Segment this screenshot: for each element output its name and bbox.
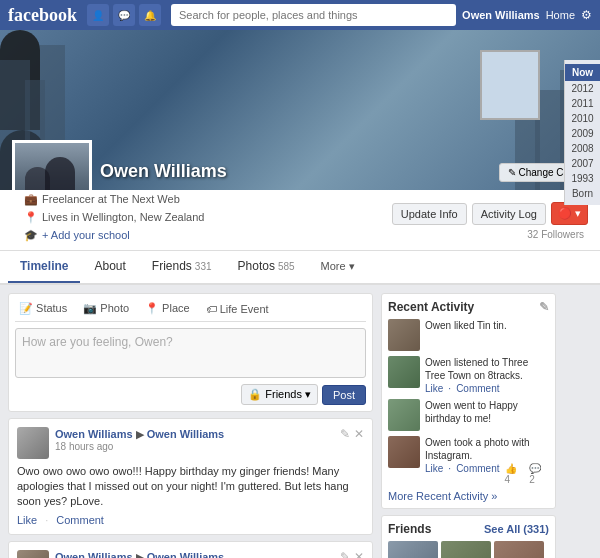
activity-comment-link[interactable]: Comment	[456, 383, 499, 394]
profile-location: 📍 Lives in Wellington, New Zealand	[24, 208, 204, 226]
followers-count: 32 Followers	[527, 229, 588, 244]
post-body: Owo owo owo owo owo!!! Happy birthday my…	[17, 464, 364, 509]
delete-icon[interactable]: ✕	[354, 427, 364, 441]
friends-grid	[388, 541, 549, 558]
top-navigation: facebook 👤 💬 🔔 Owen Williams Home ⚙	[0, 0, 600, 30]
activity-item: Owen liked Tin tin.	[388, 319, 549, 351]
location-icon: 📍	[24, 208, 38, 226]
comment-link[interactable]: Comment	[56, 514, 104, 526]
tab-timeline[interactable]: Timeline	[8, 251, 80, 283]
edit-icon[interactable]: ✎	[340, 550, 350, 558]
post-names: Owen Williams ▶ Owen Williams	[55, 427, 334, 441]
profile-meta: 💼 Freelancer at The Next Web 📍 Lives in …	[24, 190, 204, 244]
nav-user-name: Owen Williams	[462, 9, 540, 21]
friend-thumb[interactable]	[388, 541, 438, 558]
friends-box: Friends See All (331)	[381, 515, 556, 558]
activity-like-link[interactable]: Like	[425, 463, 443, 485]
status-tab-photo[interactable]: 📷 Photo	[79, 300, 133, 317]
friends-see-all-link[interactable]: See All (331)	[484, 523, 549, 535]
year-2010[interactable]: 2010	[565, 111, 600, 126]
right-nav-area: Owen Williams Home ⚙	[462, 8, 592, 22]
year-2011[interactable]: 2011	[565, 96, 600, 111]
status-actions: 🔒 Friends ▾ Post	[15, 384, 366, 405]
year-2008[interactable]: 2008	[565, 141, 600, 156]
friends-title: Friends	[388, 522, 431, 536]
more-recent-activity-link[interactable]: More Recent Activity »	[388, 490, 549, 502]
update-info-button[interactable]: Update Info	[392, 203, 467, 225]
facebook-logo: facebook	[8, 5, 77, 26]
post-avatar	[17, 550, 49, 558]
right-column: Recent Activity ✎ Owen liked Tin tin. Ow…	[381, 293, 556, 558]
profile-action-area: Update Info Activity Log 🔴 ▾ 32 Follower…	[392, 202, 588, 244]
post-item: Owen Williams ▶ Owen Williams 23 hours a…	[8, 541, 373, 558]
status-tabs: 📝 Status 📷 Photo 📍 Place 🏷 Life Event	[15, 300, 366, 322]
like-link[interactable]: Like	[17, 514, 37, 526]
profile-job: 💼 Freelancer at The Next Web	[24, 190, 204, 208]
tab-about[interactable]: About	[82, 251, 137, 283]
friends-nav-button[interactable]: 👤	[87, 4, 109, 26]
activity-text: Owen liked Tin tin.	[425, 319, 549, 332]
activity-content: Owen listened to Three Tree Town on 8tra…	[425, 356, 549, 394]
year-2007[interactable]: 2007	[565, 156, 600, 171]
recent-activity-title: Recent Activity	[388, 300, 474, 314]
status-tab-place[interactable]: 📍 Place	[141, 300, 194, 317]
year-born[interactable]: Born	[565, 186, 600, 201]
recent-activity-edit-icon[interactable]: ✎	[539, 300, 549, 314]
post-sender[interactable]: Owen Williams	[55, 428, 133, 440]
privacy-dropdown-button[interactable]: 🔴 ▾	[551, 202, 588, 225]
year-1993[interactable]: 1993	[565, 171, 600, 186]
activity-content-4: Owen took a photo with Instagram. Like ·…	[425, 436, 549, 485]
post-time: 18 hours ago	[55, 441, 334, 452]
friend-thumb[interactable]	[494, 541, 544, 558]
post-avatar	[17, 427, 49, 459]
friend-thumb[interactable]	[441, 541, 491, 558]
post-header: Owen Williams ▶ Owen Williams 23 hours a…	[17, 550, 364, 558]
main-content: 📝 Status 📷 Photo 📍 Place 🏷 Life Event Ho…	[0, 285, 600, 558]
activity-log-button[interactable]: Activity Log	[472, 203, 546, 225]
delete-icon[interactable]: ✕	[354, 550, 364, 558]
audience-dropdown[interactable]: 🔒 Friends ▾	[241, 384, 318, 405]
activity-like-link[interactable]: Like	[425, 383, 443, 394]
tab-friends[interactable]: Friends 331	[140, 251, 224, 283]
profile-info-bar: 💼 Freelancer at The Next Web 📍 Lives in …	[0, 190, 600, 251]
edit-icon[interactable]: ✎	[340, 427, 350, 441]
status-input[interactable]: How are you feeling, Owen?	[15, 328, 366, 378]
notifications-nav-button[interactable]: 🔔	[139, 4, 161, 26]
activity-item: Owen went to Happy birthday to me!	[388, 399, 549, 431]
post-button[interactable]: Post	[322, 385, 366, 405]
year-now[interactable]: Now	[565, 64, 600, 81]
profile-tab-nav: Timeline About Friends 331 Photos 585 Mo…	[0, 251, 600, 284]
activity-item: Owen took a photo with Instagram. Like ·…	[388, 436, 549, 485]
messages-nav-button[interactable]: 💬	[113, 4, 135, 26]
settings-icon[interactable]: ⚙	[581, 8, 592, 22]
briefcase-icon: 💼	[24, 190, 38, 208]
year-2009[interactable]: 2009	[565, 126, 600, 141]
profile-details: 💼 Freelancer at The Next Web 📍 Lives in …	[12, 190, 588, 250]
activity-comment-link[interactable]: Comment	[456, 463, 499, 485]
activity-thumb	[388, 436, 420, 468]
activity-actions: Like · Comment	[425, 383, 549, 394]
nav-icon-group: 👤 💬 🔔	[87, 4, 161, 26]
profile-school[interactable]: 🎓 + Add your school	[24, 226, 204, 244]
post-sender[interactable]: Owen Williams	[55, 551, 133, 558]
home-nav-link[interactable]: Home	[546, 9, 575, 21]
year-2012[interactable]: 2012	[565, 81, 600, 96]
cover-profile-name: Owen Williams	[100, 161, 227, 182]
post-meta: Owen Williams ▶ Owen Williams 18 hours a…	[55, 427, 334, 452]
tab-photos[interactable]: Photos 585	[226, 251, 307, 283]
post-meta: Owen Williams ▶ Owen Williams 23 hours a…	[55, 550, 334, 558]
status-tab-status[interactable]: 📝 Status	[15, 300, 71, 317]
status-tab-life-event[interactable]: 🏷 Life Event	[202, 300, 273, 317]
activity-item: Owen listened to Three Tree Town on 8tra…	[388, 356, 549, 394]
post-recipient[interactable]: Owen Williams	[147, 551, 225, 558]
activity-thumb	[388, 319, 420, 351]
profile-picture[interactable]	[12, 140, 92, 190]
profile-actions: Update Info Activity Log 🔴 ▾	[392, 202, 588, 225]
post-footer: Like · Comment	[17, 514, 364, 526]
activity-thumb	[388, 356, 420, 388]
search-input[interactable]	[171, 4, 456, 26]
tab-more[interactable]: More ▾	[309, 252, 367, 283]
activity-thumb	[388, 399, 420, 431]
post-recipient[interactable]: Owen Williams	[147, 428, 225, 440]
recent-activity-header: Recent Activity ✎	[388, 300, 549, 314]
